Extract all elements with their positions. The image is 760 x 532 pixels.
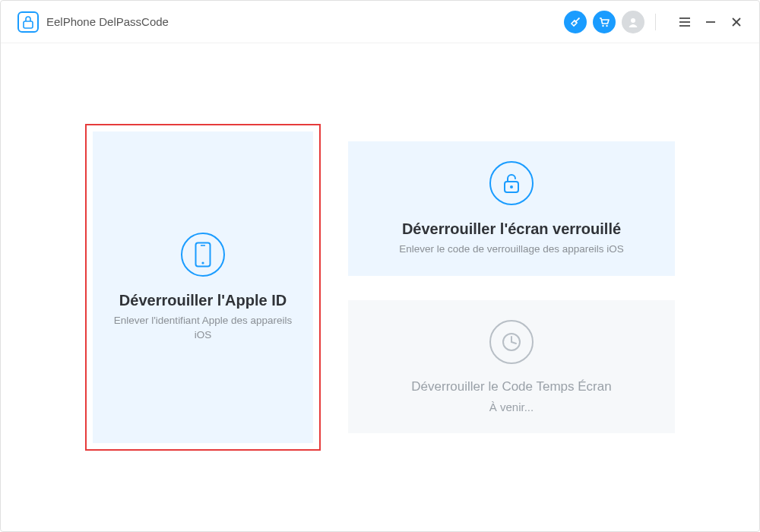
unlock-screen-time-card: Déverrouiller le Code Temps Écran À veni…: [348, 300, 675, 433]
titlebar: EelPhone DelPassCode: [1, 1, 759, 43]
svg-point-12: [201, 261, 204, 264]
unlock-apple-id-highlight: Déverrouiller l'Apple ID Enlever l'ident…: [85, 124, 321, 451]
account-button[interactable]: [622, 11, 644, 33]
svg-rect-0: [24, 21, 33, 28]
unlock-lock-screen-card[interactable]: Déverrouiller l'écran verrouillé Enlever…: [348, 141, 675, 277]
cart-button[interactable]: [593, 11, 616, 33]
svg-point-2: [602, 24, 603, 26]
right-column: Déverrouiller l'écran verrouillé Enlever…: [348, 141, 675, 434]
close-button[interactable]: [729, 14, 744, 30]
unlock-icon: [489, 161, 534, 205]
lock-screen-title: Déverrouiller l'écran verrouillé: [402, 220, 621, 238]
clock-icon: [489, 320, 534, 364]
screen-time-coming: À venir...: [489, 401, 534, 413]
lock-screen-subtitle: Enlever le code de verrouillage des appa…: [399, 242, 624, 257]
screen-time-title: Déverrouiller le Code Temps Écran: [411, 379, 611, 394]
apple-id-title: Déverrouiller l'Apple ID: [119, 292, 287, 309]
apple-id-subtitle: Enlever l'identifiant Apple des appareil…: [108, 314, 298, 343]
svg-point-15: [510, 185, 513, 188]
svg-line-18: [511, 342, 516, 344]
minimize-button[interactable]: [703, 14, 718, 30]
svg-point-3: [606, 24, 607, 26]
app-logo-icon: [17, 11, 39, 33]
unlock-apple-id-card[interactable]: Déverrouiller l'Apple ID Enlever l'ident…: [93, 131, 313, 443]
svg-point-1: [578, 17, 580, 19]
menu-button[interactable]: [677, 14, 692, 30]
phone-icon: [181, 233, 225, 277]
app-title: EelPhone DelPassCode: [46, 15, 169, 28]
titlebar-divider: [655, 14, 656, 30]
tools-button[interactable]: [564, 11, 587, 33]
main-content: Déverrouiller l'Apple ID Enlever l'ident…: [1, 43, 759, 531]
svg-point-4: [631, 18, 635, 23]
app-window: EelPhone DelPassCode: [0, 0, 760, 532]
